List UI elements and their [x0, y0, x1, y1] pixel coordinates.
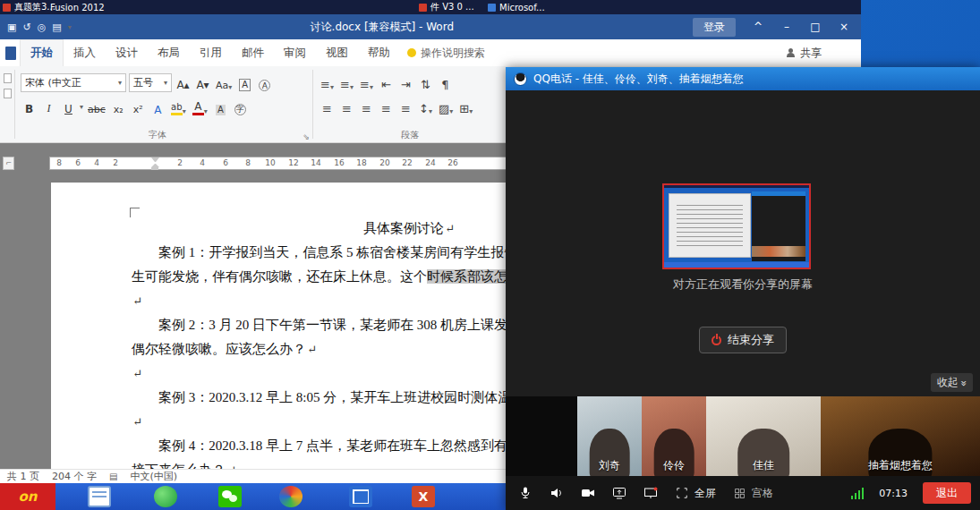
tab-layout[interactable]: 布局 [148, 39, 190, 66]
language-indicator[interactable]: 中文(中国) [130, 470, 177, 483]
browser-icon[interactable] [154, 486, 177, 507]
save-icon[interactable]: ▣ [7, 21, 16, 33]
tab-insert[interactable]: 插入 [64, 39, 106, 66]
page-count[interactable]: 共 1 页 [7, 470, 39, 483]
ruler-number: 4 [91, 158, 102, 167]
ribbon-display-options-icon[interactable]: ^ [745, 16, 771, 38]
login-button[interactable]: 登录 [693, 18, 736, 37]
minimize-button[interactable]: – [773, 16, 800, 38]
paste-icon[interactable] [4, 73, 12, 83]
grow-font-button[interactable]: A▴ [175, 73, 192, 92]
ruler-number: 16 [334, 158, 345, 167]
font-group-label: 字体 [15, 129, 300, 141]
folder-icon[interactable] [88, 486, 111, 507]
video-tile[interactable]: 佳佳 [706, 396, 821, 476]
top-strip-item[interactable]: 件 V3 0 ... [419, 1, 474, 13]
tab-review[interactable]: 审阅 [274, 39, 316, 66]
tab-references[interactable]: 引用 [190, 39, 232, 66]
align-left-button[interactable]: ≡ [319, 98, 336, 116]
copy-icon[interactable] [4, 89, 12, 98]
shading-button[interactable]: ▨▾ [437, 98, 455, 116]
titlebar-controls: 登录 ^ – □ × [693, 16, 857, 38]
font-dialog-launcher-icon[interactable]: ⇘ [303, 132, 310, 141]
microphone-icon[interactable] [517, 485, 533, 501]
top-strip-item[interactable]: Fusion 2012 [50, 1, 105, 13]
line-spacing-button[interactable]: ↕▾ [417, 98, 434, 116]
show-marks-button[interactable]: ¶ [437, 73, 454, 92]
whiteboard-icon[interactable] [643, 485, 659, 501]
phonetic-guide-button[interactable]: A [236, 73, 253, 92]
underline-chevron-icon[interactable]: ▾ [80, 103, 83, 111]
sort-button[interactable]: ⇅ [417, 73, 434, 92]
tab-mailings[interactable]: 邮件 [232, 39, 274, 66]
file-tab-icon[interactable] [5, 47, 16, 60]
media-app-icon[interactable] [279, 486, 303, 507]
spreadsheet-app-icon[interactable]: X [412, 486, 435, 507]
strikethrough-button[interactable]: abc [86, 98, 107, 116]
video-tile[interactable]: 抽着烟想着您 [821, 396, 980, 476]
align-right-button[interactable]: ≡ [358, 98, 375, 116]
distribute-button[interactable]: ≡ [397, 98, 414, 116]
camera-icon[interactable] [580, 485, 596, 501]
wechat-icon[interactable] [218, 486, 242, 507]
multilevel-list-button[interactable]: ≡▾ [358, 73, 375, 92]
touch-mode-icon[interactable]: ◎ [38, 21, 47, 33]
taskbar-app-logo[interactable]: on [0, 483, 55, 510]
shrink-font-button[interactable]: A▾ [194, 73, 211, 92]
clipboard-group-collapsed[interactable] [0, 66, 14, 142]
fullscreen-button[interactable]: 全屏 [674, 485, 716, 501]
print-preview-icon[interactable]: ▤ [52, 21, 61, 33]
justify-button[interactable]: ≡ [378, 98, 395, 116]
text-effects-button[interactable]: A [149, 98, 166, 116]
highlight-color-button[interactable]: ab▾ [169, 98, 188, 116]
italic-button[interactable]: I [40, 98, 57, 116]
tab-view[interactable]: 视图 [316, 39, 358, 66]
increase-indent-button[interactable]: ⇥ [397, 73, 414, 92]
ribbon-tab-row: 开始 插入 设计 布局 引用 邮件 审阅 视图 帮助 操作说明搜索 共享 [0, 39, 861, 66]
diagram-app-icon[interactable] [349, 486, 372, 507]
left-indent-marker[interactable] [151, 167, 158, 170]
share-button[interactable]: 共享 [786, 46, 822, 61]
character-shading-button[interactable]: A [212, 98, 229, 116]
font-size-combo[interactable]: 五号 ▾ [129, 73, 172, 92]
qq-titlebar[interactable]: QQ电话 - 佳佳、伶伶、刘奇、抽着烟想着您 [506, 67, 980, 90]
top-strip-item[interactable]: 真题第3... [3, 1, 55, 13]
borders-button[interactable]: ⊞▾ [457, 98, 474, 116]
collapse-toggle[interactable]: 收起 » [931, 373, 973, 392]
video-tile[interactable]: 伶伶 [642, 396, 706, 476]
tab-help[interactable]: 帮助 [358, 39, 400, 66]
first-line-indent-marker[interactable] [151, 157, 159, 162]
line-break-mark: ↵ [132, 294, 142, 308]
subscript-button[interactable]: x₂ [110, 98, 127, 116]
undo-icon[interactable]: ↺ [22, 21, 30, 33]
word-count[interactable]: 204 个 字 [52, 470, 97, 483]
character-border-button[interactable]: A [256, 73, 273, 92]
underline-button[interactable]: U [60, 98, 77, 116]
bullets-button[interactable]: ≡▾ [319, 73, 336, 92]
end-share-button[interactable]: 结束分享 [699, 327, 787, 353]
proofing-icon[interactable]: ▤ [109, 472, 117, 481]
grid-view-button[interactable]: 宫格 [731, 485, 773, 501]
tab-design[interactable]: 设计 [106, 39, 148, 66]
close-button[interactable]: × [831, 16, 857, 38]
tab-home[interactable]: 开始 [20, 39, 64, 66]
decrease-indent-button[interactable]: ⇤ [378, 73, 395, 92]
line-break-mark: ↵ [306, 343, 317, 356]
maximize-button[interactable]: □ [802, 16, 829, 38]
top-strip-label: Fusion 2012 [50, 3, 105, 13]
font-color-button[interactable]: A▾ [191, 98, 209, 116]
top-strip-item[interactable]: Microsof... [488, 1, 545, 13]
bold-button[interactable]: B [21, 98, 38, 116]
align-center-button[interactable]: ≡ [338, 98, 355, 116]
superscript-button[interactable]: x² [130, 98, 147, 116]
exit-call-button[interactable]: 退出 [923, 482, 971, 504]
speaker-icon[interactable] [549, 485, 565, 501]
share-screen-icon[interactable] [611, 485, 627, 501]
enclose-characters-button[interactable]: 字 [232, 98, 249, 116]
numbering-button[interactable]: ≡▾ [338, 73, 355, 92]
font-name-combo[interactable]: 宋体 (中文正 ▾ [21, 73, 126, 92]
change-case-button[interactable]: Aa▾ [214, 73, 234, 92]
video-tile[interactable]: 刘奇 [577, 396, 642, 476]
ruler-tab-selector[interactable]: ⌐ [3, 157, 14, 170]
tell-me-search[interactable]: 操作说明搜索 [407, 46, 485, 61]
